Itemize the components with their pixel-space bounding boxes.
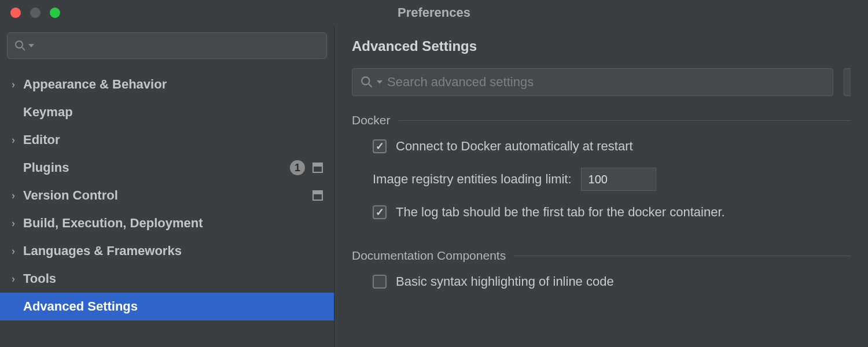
project-scope-icon bbox=[312, 162, 323, 174]
chevron-right-icon: › bbox=[12, 273, 23, 285]
divider bbox=[514, 256, 851, 256]
sidebar-item-keymap[interactable]: › Keymap bbox=[0, 98, 334, 126]
sidebar-item-label: Plugins bbox=[23, 160, 290, 175]
preferences-sidebar: › Appearance & Behavior › Keymap › Edito… bbox=[0, 25, 334, 347]
setting-docker-connect[interactable]: Connect to Docker automatically at resta… bbox=[352, 139, 851, 154]
sidebar-item-languages-frameworks[interactable]: › Languages & Frameworks bbox=[0, 237, 334, 265]
update-count-badge: 1 bbox=[290, 160, 305, 175]
chevron-right-icon: › bbox=[12, 245, 23, 257]
sidebar-item-label: Build, Execution, Deployment bbox=[23, 216, 323, 231]
sidebar-item-label: Editor bbox=[23, 132, 323, 147]
svg-line-1 bbox=[22, 47, 25, 50]
sidebar-item-label: Version Control bbox=[23, 188, 312, 203]
svg-point-6 bbox=[362, 77, 369, 84]
project-scope-icon bbox=[312, 190, 323, 201]
main-panel: Advanced Settings Docker Connect to Dock… bbox=[334, 25, 868, 347]
sidebar-item-tools[interactable]: › Tools bbox=[0, 265, 334, 293]
search-icon bbox=[361, 76, 373, 88]
sidebar-item-label: Advanced Settings bbox=[23, 299, 323, 314]
chevron-right-icon: › bbox=[12, 217, 23, 230]
setting-label: Basic syntax highlighting of inline code bbox=[396, 274, 614, 289]
svg-rect-5 bbox=[313, 191, 322, 194]
checkbox[interactable] bbox=[373, 139, 387, 153]
setting-label: The log tab should be the first tab for … bbox=[396, 205, 725, 220]
chevron-right-icon: › bbox=[12, 190, 23, 202]
sidebar-item-label: Tools bbox=[23, 271, 323, 286]
traffic-lights bbox=[0, 8, 60, 18]
section-header-docker: Docker bbox=[352, 113, 851, 127]
checkbox[interactable] bbox=[373, 205, 387, 219]
sidebar-search-input[interactable] bbox=[38, 39, 319, 53]
sidebar-item-editor[interactable]: › Editor bbox=[0, 126, 334, 154]
window-titlebar: Preferences bbox=[0, 0, 868, 25]
setting-doc-syntax-highlight[interactable]: Basic syntax highlighting of inline code bbox=[352, 274, 851, 289]
svg-line-7 bbox=[369, 84, 372, 87]
svg-point-0 bbox=[16, 41, 23, 48]
svg-rect-3 bbox=[313, 163, 322, 167]
checkbox[interactable] bbox=[373, 275, 387, 289]
sidebar-item-plugins[interactable]: › Plugins 1 bbox=[0, 154, 334, 182]
setting-label: Image registry entities loading limit: bbox=[373, 172, 572, 187]
section-title: Docker bbox=[352, 113, 391, 127]
section-header-documentation: Documentation Components bbox=[352, 249, 851, 263]
sidebar-item-appearance-behavior[interactable]: › Appearance & Behavior bbox=[0, 71, 334, 98]
close-window-button[interactable] bbox=[10, 8, 21, 18]
section-title: Documentation Components bbox=[352, 249, 506, 263]
page-title: Advanced Settings bbox=[352, 38, 851, 54]
chevron-right-icon: › bbox=[12, 79, 23, 91]
settings-tree: › Appearance & Behavior › Keymap › Edito… bbox=[0, 62, 334, 320]
window-title: Preferences bbox=[0, 5, 868, 20]
minimize-window-button[interactable] bbox=[30, 8, 41, 18]
chevron-right-icon: › bbox=[12, 134, 23, 146]
sidebar-item-label: Languages & Frameworks bbox=[23, 243, 323, 259]
advanced-settings-search-input[interactable] bbox=[387, 75, 825, 90]
show-modified-button[interactable] bbox=[844, 68, 851, 96]
advanced-settings-search[interactable] bbox=[352, 68, 833, 96]
chevron-down-icon bbox=[377, 80, 382, 84]
setting-docker-registry-limit: Image registry entities loading limit: bbox=[352, 168, 851, 191]
registry-limit-input[interactable] bbox=[581, 168, 656, 191]
sidebar-item-advanced-settings[interactable]: › Advanced Settings bbox=[0, 293, 334, 320]
sidebar-item-label: Keymap bbox=[23, 105, 323, 120]
setting-docker-log-tab[interactable]: The log tab should be the first tab for … bbox=[352, 205, 851, 220]
sidebar-item-build-execution-deployment[interactable]: › Build, Execution, Deployment bbox=[0, 209, 334, 237]
divider bbox=[399, 120, 851, 121]
sidebar-item-version-control[interactable]: › Version Control bbox=[0, 182, 334, 209]
chevron-down-icon bbox=[28, 44, 34, 47]
search-icon bbox=[14, 40, 26, 51]
setting-label: Connect to Docker automatically at resta… bbox=[396, 139, 633, 154]
zoom-window-button[interactable] bbox=[50, 8, 60, 18]
sidebar-item-label: Appearance & Behavior bbox=[23, 77, 323, 92]
sidebar-search[interactable] bbox=[7, 32, 327, 59]
